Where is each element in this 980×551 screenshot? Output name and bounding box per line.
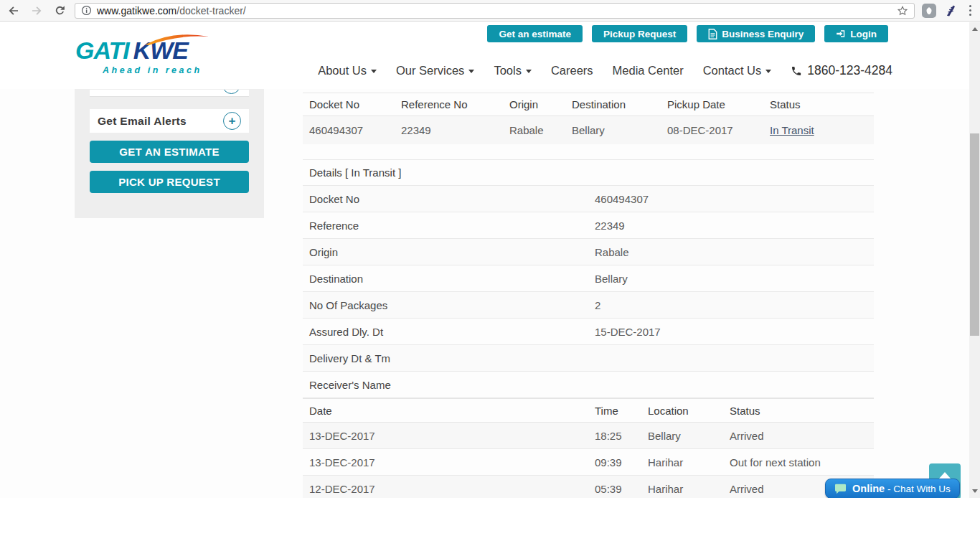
docket-results: Docket No Reference No Origin Destinatio… — [303, 93, 874, 498]
detail-label: Delivery Dt & Tm — [303, 345, 588, 371]
scrollbar[interactable] — [969, 22, 980, 498]
nav-about-us[interactable]: About Us — [318, 64, 377, 77]
main-navigation: About Us Our Services Tools Careers Medi… — [318, 63, 892, 78]
detail-row-reference: Reference 22349 — [303, 212, 874, 239]
login-label: Login — [850, 29, 877, 39]
pickup-request-button[interactable]: Pickup Request — [592, 25, 687, 42]
logo-tagline: Ahead in reach — [103, 65, 212, 75]
business-enquiry-button[interactable]: Business Enquiry — [697, 25, 815, 42]
extension-2-icon[interactable] — [943, 3, 959, 19]
summary-table-row: 460494307 22349 Rabale Bellary 08-DEC-20… — [303, 116, 874, 144]
col-location: Location — [641, 399, 723, 422]
detail-label: Origin — [303, 239, 588, 265]
header-action-buttons: Get an estimate Pickup Request Business … — [487, 25, 888, 42]
detail-row-packages: No Of Packages 2 — [303, 292, 874, 319]
site-header: Get an estimate Pickup Request Business … — [0, 22, 969, 89]
col-pickup-date: Pickup Date — [661, 93, 763, 116]
pickup-request-label: Pickup Request — [603, 29, 676, 39]
history-time: 09:39 — [588, 449, 641, 475]
logo-wordmark: GATIKWE — [75, 38, 212, 62]
chat-label: Online - Chat With Us — [852, 483, 951, 494]
detail-label: Reference — [303, 212, 588, 238]
history-row: 12-DEC-2017 05:39 Harihar Arrived — [303, 476, 874, 498]
chat-widget-button[interactable]: Online - Chat With Us — [825, 479, 960, 498]
sms-alerts-box-clipped[interactable] — [90, 90, 249, 96]
col-time: Time — [588, 399, 641, 422]
status-in-transit-link[interactable]: In Transit — [770, 124, 814, 136]
nav-media-center[interactable]: Media Center — [613, 64, 684, 77]
get-email-alerts[interactable]: Get Email Alerts + — [90, 109, 249, 133]
plus-icon[interactable]: + — [223, 112, 241, 130]
detail-value: 22349 — [588, 212, 874, 238]
info-icon[interactable] — [81, 5, 92, 16]
login-button[interactable]: Login — [824, 25, 888, 42]
chat-bubble-icon — [834, 484, 847, 494]
chevron-down-icon — [468, 70, 474, 73]
col-docket-no: Docket No — [303, 93, 395, 116]
col-destination: Destination — [565, 93, 661, 116]
detail-row-delivery-dt: Delivery Dt & Tm — [303, 345, 874, 372]
detail-label: Receiver's Name — [303, 372, 588, 397]
reference-no-value: 22349 — [395, 116, 503, 144]
history-table-header: Date Time Location Status — [303, 398, 874, 423]
phone-icon — [791, 65, 802, 77]
pickup-date-value: 08-DEC-2017 — [661, 116, 763, 144]
history-time: 18:25 — [588, 423, 641, 448]
detail-label: Assured Dly. Dt — [303, 319, 588, 344]
pickup-request-button[interactable]: PICK UP REQUEST — [90, 171, 249, 193]
col-status: Status — [763, 93, 874, 116]
history-location: Bellary — [641, 423, 723, 448]
email-alerts-label: Get Email Alerts — [98, 115, 187, 128]
col-origin: Origin — [503, 93, 565, 116]
detail-row-origin: Origin Rabale — [303, 239, 874, 265]
bookmark-star-icon[interactable] — [897, 5, 908, 17]
nav-tools[interactable]: Tools — [494, 64, 532, 77]
tracker-sidebar: Get Email Alerts + GET AN ESTIMATE PICK … — [75, 89, 264, 218]
detail-label: Destination — [303, 265, 588, 291]
nav-contact-us[interactable]: Contact Us — [703, 64, 772, 77]
history-date: 13-DEC-2017 — [303, 423, 588, 448]
details-section-title: Details [ In Transit ] — [303, 159, 874, 186]
gatikwe-logo[interactable]: GATIKWE Ahead in reach — [75, 38, 212, 75]
detail-value — [588, 372, 874, 397]
detail-value: Bellary — [588, 265, 874, 291]
extension-icon[interactable] — [922, 4, 936, 18]
history-row: 13-DEC-2017 18:25 Bellary Arrived — [303, 423, 874, 449]
browser-menu-icon[interactable] — [966, 5, 974, 16]
chevron-down-icon — [526, 70, 532, 73]
scrollbar-up-icon[interactable] — [969, 24, 980, 34]
nav-our-services[interactable]: Our Services — [396, 64, 474, 77]
detail-label: Docket No — [303, 186, 588, 212]
refresh-icon[interactable] — [52, 3, 67, 19]
detail-value — [588, 345, 874, 371]
detail-row-assured-dly: Assured Dly. Dt 15-DEC-2017 — [303, 319, 874, 345]
col-reference-no: Reference No — [395, 93, 503, 116]
col-history-status: Status — [723, 399, 874, 422]
get-estimate-button[interactable]: GET AN ESTIMATE — [90, 141, 249, 163]
detail-value: 460494307 — [588, 186, 874, 212]
page-viewport: Get Email Alerts + GET AN ESTIMATE PICK … — [0, 22, 969, 498]
plus-circle-icon — [222, 90, 240, 94]
scrollbar-thumb[interactable] — [970, 133, 979, 336]
destination-value: Bellary — [565, 116, 661, 144]
get-an-estimate-button[interactable]: Get an estimate — [487, 25, 583, 42]
detail-value: 15-DEC-2017 — [588, 319, 874, 344]
business-enquiry-label: Business Enquiry — [722, 29, 804, 39]
history-date: 12-DEC-2017 — [303, 476, 588, 498]
chevron-up-icon — [939, 472, 951, 479]
history-time: 05:39 — [588, 476, 641, 498]
chevron-down-icon — [765, 70, 771, 73]
detail-row-docket: Docket No 460494307 — [303, 186, 874, 212]
summary-table-header: Docket No Reference No Origin Destinatio… — [303, 93, 874, 116]
forward-icon[interactable] — [29, 3, 44, 19]
scrollbar-down-icon[interactable] — [969, 486, 980, 496]
phone-number[interactable]: 1860-123-4284 — [791, 63, 892, 78]
detail-value: 2 — [588, 292, 874, 318]
address-bar[interactable]: www.gatikwe.com/docket-tracker/ — [75, 3, 915, 19]
back-icon[interactable] — [6, 3, 22, 19]
history-location: Harihar — [641, 476, 723, 498]
detail-row-destination: Destination Bellary — [303, 265, 874, 292]
detail-label: No Of Packages — [303, 292, 588, 318]
nav-careers[interactable]: Careers — [551, 64, 593, 77]
docket-no-value: 460494307 — [303, 116, 395, 144]
